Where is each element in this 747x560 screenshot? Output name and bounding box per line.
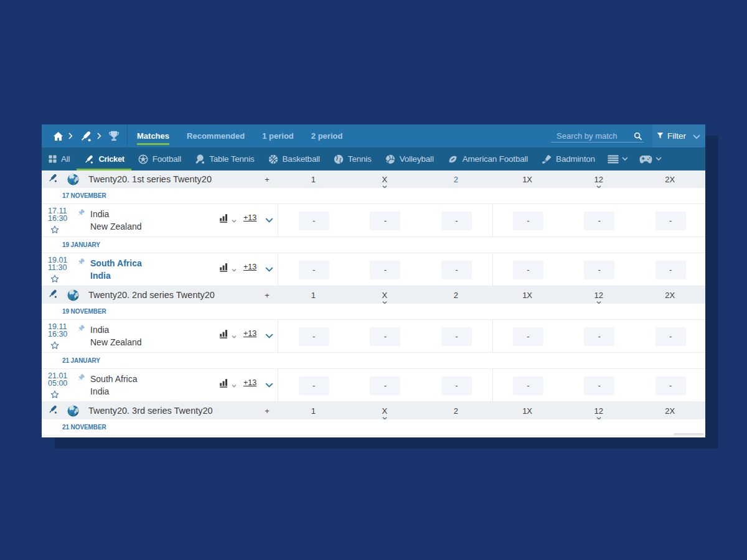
- league-header[interactable]: Twenty20. 2nd series Twenty20+1X21X122X: [42, 286, 705, 304]
- odds-cell[interactable]: -: [299, 212, 329, 230]
- top-navigation-bar: MatchesRecommended1 period2 period Filte…: [42, 124, 705, 147]
- sport-tennis[interactable]: Tennis: [327, 147, 378, 170]
- sport-label: Football: [153, 154, 181, 164]
- sport-badminton[interactable]: Badminton: [535, 147, 602, 170]
- odds-cell[interactable]: -: [584, 327, 614, 346]
- team-away: India: [90, 385, 138, 398]
- tab-1-period[interactable]: 1 period: [262, 124, 294, 147]
- odds-header-1x[interactable]: 1X: [492, 286, 563, 304]
- odds-header-1[interactable]: 1: [278, 402, 349, 419]
- sport-cricket[interactable]: Cricket: [77, 147, 131, 170]
- odds-cell[interactable]: -: [299, 261, 329, 279]
- league-header[interactable]: Twenty20. 1st series Twenty20+1X21X122X: [42, 170, 705, 188]
- trophy-icon[interactable]: [108, 131, 120, 142]
- expand-row-chevron-icon[interactable]: [265, 380, 273, 391]
- more-markets-link[interactable]: +13: [243, 329, 256, 338]
- sport-volleyball[interactable]: Volleyball: [378, 147, 441, 170]
- sport-table-tennis[interactable]: Table Tennis: [188, 147, 261, 170]
- filter-button[interactable]: Filter: [652, 124, 705, 147]
- sport-label: Basketball: [283, 154, 320, 164]
- cricket-icon[interactable]: [79, 130, 92, 142]
- odds-header-12[interactable]: 12: [563, 170, 634, 188]
- statistics-button[interactable]: [219, 213, 237, 225]
- sport-football[interactable]: Football: [131, 147, 188, 170]
- statistics-button[interactable]: [219, 378, 237, 390]
- home-icon[interactable]: [53, 131, 63, 141]
- statistics-button[interactable]: [219, 329, 237, 341]
- odds-header-1x[interactable]: 1X: [492, 402, 563, 419]
- expand-row-chevron-icon[interactable]: [265, 330, 273, 342]
- odds-header-12[interactable]: 12: [563, 286, 634, 304]
- odds-header-1x[interactable]: 1X: [492, 170, 563, 188]
- odds-header-12[interactable]: 12: [563, 402, 634, 419]
- tab-matches[interactable]: Matches: [137, 124, 169, 147]
- sport-american-football[interactable]: American Football: [441, 147, 535, 170]
- match-teams[interactable]: IndiaNew Zealand: [90, 324, 142, 348]
- favorite-star-icon[interactable]: [50, 225, 59, 234]
- odds-cell[interactable]: -: [655, 327, 686, 346]
- odds-header-2x[interactable]: 2X: [634, 286, 705, 304]
- odds-cell[interactable]: -: [299, 376, 329, 395]
- expand-row-chevron-icon[interactable]: [265, 215, 273, 226]
- odds-cell[interactable]: -: [584, 212, 614, 230]
- odds-cell[interactable]: -: [441, 327, 472, 346]
- odds-header-x[interactable]: X: [349, 402, 421, 419]
- odds-header-2[interactable]: 2: [420, 170, 492, 188]
- match-teams[interactable]: South AfricaIndia: [90, 257, 142, 282]
- odds-cell[interactable]: -: [513, 376, 543, 395]
- odds-cell[interactable]: -: [655, 212, 686, 230]
- pin-icon[interactable]: [75, 258, 85, 268]
- date-separator: 19 JANUARY: [42, 237, 705, 253]
- odds-header-2[interactable]: 2: [420, 286, 492, 304]
- gamepad-menu[interactable]: [634, 147, 667, 170]
- expand-row-chevron-icon[interactable]: [265, 264, 273, 275]
- odds-cell[interactable]: -: [441, 261, 472, 279]
- odds-cell[interactable]: -: [370, 212, 400, 230]
- odds-cell[interactable]: -: [513, 261, 543, 279]
- tab-recommended[interactable]: Recommended: [187, 124, 245, 147]
- sport-all[interactable]: All: [42, 147, 77, 170]
- pin-icon[interactable]: [75, 324, 85, 334]
- more-markets-link[interactable]: +13: [243, 213, 256, 222]
- favorite-star-icon[interactable]: [50, 274, 59, 283]
- odds-cell[interactable]: -: [370, 261, 400, 279]
- favorite-star-icon[interactable]: [50, 390, 59, 399]
- search-input[interactable]: [551, 131, 629, 141]
- odds-cell[interactable]: -: [441, 376, 472, 395]
- sport-basketball[interactable]: Basketball: [261, 147, 327, 170]
- odds-header-x[interactable]: X: [349, 170, 421, 188]
- list-menu[interactable]: [602, 147, 634, 170]
- odds-header-1[interactable]: 1: [278, 170, 349, 188]
- cricket-icon: [47, 404, 58, 417]
- odds-cell[interactable]: -: [370, 327, 400, 346]
- odds-cell[interactable]: -: [513, 327, 543, 346]
- more-markets-link[interactable]: +13: [243, 378, 256, 387]
- odds-cell[interactable]: -: [584, 376, 614, 395]
- statistics-button[interactable]: [219, 263, 237, 274]
- odds-cell[interactable]: -: [513, 212, 543, 230]
- odds-cell[interactable]: -: [299, 327, 329, 346]
- odds-header-2x[interactable]: 2X: [634, 402, 705, 419]
- tab-2-period[interactable]: 2 period: [311, 124, 343, 147]
- search-icon[interactable]: [634, 132, 642, 141]
- odds-cell[interactable]: -: [655, 376, 686, 395]
- odds-header-2x[interactable]: 2X: [634, 170, 705, 188]
- plus-column-header: +: [261, 291, 273, 300]
- odds-header-2[interactable]: 2: [420, 402, 492, 419]
- odds-cells: ------: [278, 253, 705, 286]
- odds-cell[interactable]: -: [441, 212, 472, 230]
- odds-cell[interactable]: -: [370, 376, 400, 395]
- odds-header-1[interactable]: 1: [278, 286, 349, 304]
- odds-cell[interactable]: -: [655, 261, 686, 279]
- league-header[interactable]: Twenty20. 3rd series Twenty20+1X21X122X: [42, 402, 705, 419]
- odds-header-x[interactable]: X: [349, 286, 421, 304]
- odds-cell[interactable]: -: [584, 261, 614, 279]
- match-teams[interactable]: IndiaNew Zealand: [90, 208, 142, 233]
- pin-icon[interactable]: [75, 208, 85, 218]
- more-markets-link[interactable]: +13: [243, 263, 256, 271]
- horizontal-scrollbar-thumb[interactable]: [674, 433, 704, 436]
- match-teams[interactable]: South AfricaIndia: [90, 373, 138, 398]
- match-time: 19.0111:30: [48, 256, 67, 283]
- pin-icon[interactable]: [75, 373, 85, 383]
- favorite-star-icon[interactable]: [50, 341, 59, 350]
